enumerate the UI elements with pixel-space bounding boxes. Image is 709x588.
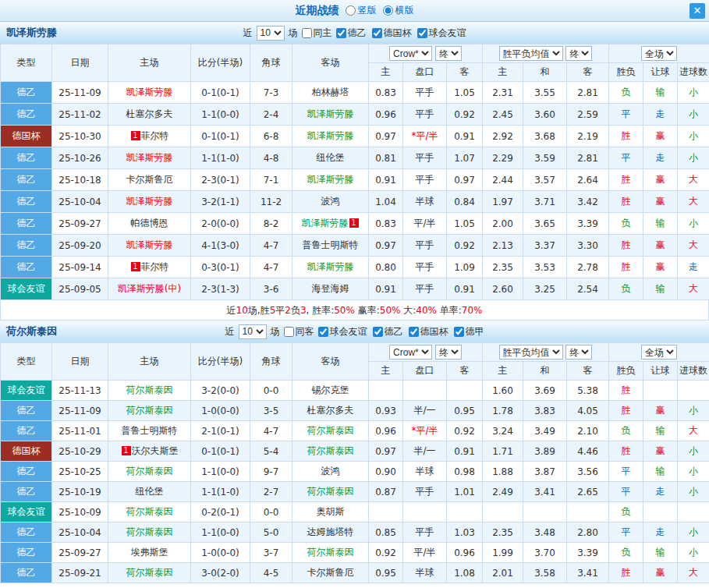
match-row: 球会友谊25-11-13荷尔斯泰因3-2(0-0)0-0锡尔克堡1.603.69… [1, 381, 709, 401]
same-venue-checkbox[interactable] [284, 327, 294, 337]
league-filter[interactable]: 德国杯 [372, 27, 412, 40]
away-team-cell[interactable]: 奥胡斯 [292, 502, 369, 522]
avg-away-cell: 4.46 [567, 441, 609, 462]
same-venue-filter[interactable]: 同主 [302, 27, 332, 40]
home-team-cell[interactable]: 凯泽斯劳滕 [108, 82, 191, 104]
away-team-cell[interactable]: 凯泽斯劳滕 [292, 126, 369, 147]
home-team-cell[interactable]: 凯泽斯劳滕 [108, 147, 191, 169]
scope-select[interactable]: 全场 [641, 345, 677, 360]
score-cell: 1-1(1-0) [191, 147, 250, 169]
avg-select[interactable]: 胜平负均值 [499, 345, 563, 360]
league-checkbox[interactable] [417, 28, 427, 38]
home-team-cell[interactable]: 1沃尔夫斯堡 [108, 441, 191, 462]
away-team-cell[interactable]: 荷尔斯泰因 [292, 543, 369, 563]
home-team-cell[interactable]: 荷尔斯泰因 [108, 381, 191, 401]
scope-select[interactable]: 全场 [641, 46, 677, 61]
avg-time-select[interactable]: 终 [565, 345, 592, 360]
match-date-cell: 25-09-27 [52, 213, 108, 235]
col-away: 客场 [292, 44, 369, 82]
away-team-cell[interactable]: 荷尔斯泰因 [292, 441, 369, 462]
handicap-result-cell: 走 [643, 482, 678, 502]
home-team-cell[interactable]: 卡尔斯鲁厄 [108, 169, 191, 191]
home-team-cell[interactable]: 1菲尔特 [108, 126, 191, 147]
league-checkbox[interactable] [372, 28, 382, 38]
odds-time-select[interactable]: 终 [435, 345, 462, 360]
avg-home-cell: 3.24 [483, 421, 523, 441]
odds-time-select[interactable]: 终 [435, 46, 462, 61]
odds-home-cell: 1.04 [369, 191, 403, 213]
away-team-cell[interactable]: 凯泽斯劳滕1 [292, 213, 369, 235]
match-date-cell: 25-11-09 [52, 82, 108, 104]
away-team-name: 柏林赫塔 [312, 87, 349, 97]
col-handicap-result: 让球 [643, 362, 678, 381]
league-checkbox[interactable] [318, 327, 328, 337]
away-team-cell[interactable]: 波鸿 [292, 191, 369, 213]
home-team-cell[interactable]: 纽伦堡 [108, 482, 191, 502]
bookmaker-select[interactable]: Crow* [389, 345, 432, 360]
away-team-cell[interactable]: 锡尔克堡 [292, 381, 369, 401]
league-filter[interactable]: 德乙 [373, 325, 403, 338]
away-team-cell[interactable]: 波鸿 [292, 462, 369, 482]
avg-home-cell: 1.60 [483, 381, 523, 401]
home-team-cell[interactable]: 荷尔斯泰因 [108, 462, 191, 482]
goals-result-cell: 大 [678, 421, 709, 441]
avg-draw-cell: 3.55 [523, 82, 567, 104]
avg-away-cell: 3.41 [567, 563, 609, 583]
away-team-cell[interactable]: 纽伦堡 [292, 147, 369, 169]
home-team-cell[interactable]: 帕德博恩 [108, 213, 191, 235]
home-team-cell[interactable]: 凯泽斯劳滕 [108, 235, 191, 257]
away-team-cell[interactable]: 普鲁士明斯特 [292, 235, 369, 257]
same-venue-checkbox[interactable] [302, 28, 312, 38]
home-team-cell[interactable]: 荷尔斯泰因 [108, 522, 191, 543]
odds-home-cell: 0.96 [369, 104, 403, 126]
avg-select[interactable]: 胜平负均值 [499, 46, 563, 61]
col-avg-away: 客 [567, 362, 609, 381]
away-team-cell[interactable]: 海登海姆 [292, 278, 369, 300]
away-team-cell[interactable]: 达姆施塔特 [292, 522, 369, 543]
away-team-cell[interactable]: 杜塞尔多夫 [292, 401, 369, 421]
away-team-cell[interactable]: 凯泽斯劳滕 [292, 104, 369, 126]
same-venue-filter[interactable]: 同客 [284, 325, 314, 338]
corner-cell: 0-0 [250, 381, 292, 401]
league-checkbox[interactable] [409, 327, 419, 337]
home-team-cell[interactable]: 杜塞尔多夫 [108, 104, 191, 126]
home-team-cell[interactable]: 荷尔斯泰因 [108, 401, 191, 421]
home-team-cell[interactable]: 1菲尔特 [108, 257, 191, 278]
away-team-cell[interactable]: 凯泽斯劳滕 [292, 169, 369, 191]
home-team-cell[interactable]: 荷尔斯泰因 [108, 563, 191, 583]
layout-option-vertical[interactable]: 竖版 [346, 4, 377, 17]
handicap-result-cell: 赢 [643, 441, 678, 462]
away-team-cell[interactable]: 柏林赫塔 [292, 82, 369, 104]
close-button[interactable]: ✕ [690, 3, 705, 19]
away-team-cell[interactable]: 荷尔斯泰因 [292, 482, 369, 502]
home-team-cell[interactable]: 荷尔斯泰因 [108, 502, 191, 522]
league-label: 球会友谊 [429, 27, 466, 40]
avg-time-select[interactable]: 终 [565, 46, 592, 61]
league-filter[interactable]: 德乙 [336, 27, 367, 40]
away-team-cell[interactable]: 凯泽斯劳滕 [292, 257, 369, 278]
league-checkbox[interactable] [336, 28, 346, 38]
away-team-name: 海登海姆 [312, 283, 349, 294]
match-count-select[interactable]: 10 [257, 26, 285, 41]
home-team-cell[interactable]: 凯泽斯劳滕 [108, 191, 191, 213]
layout-option-horizontal[interactable]: 横版 [383, 4, 414, 17]
league-filter[interactable]: 球会友谊 [417, 27, 466, 40]
away-team-cell[interactable]: 荷尔斯泰因 [292, 421, 369, 441]
match-type-cell: 球会友谊 [1, 502, 52, 522]
bookmaker-select[interactable]: Crow* [389, 46, 432, 61]
home-team-cell[interactable]: 普鲁士明斯特 [108, 421, 191, 441]
league-checkbox[interactable] [454, 327, 464, 337]
vertical-radio[interactable] [346, 5, 356, 16]
league-filter[interactable]: 德国杯 [409, 325, 448, 338]
horizontal-radio[interactable] [383, 5, 393, 16]
league-filter[interactable]: 球会友谊 [318, 325, 367, 338]
home-team-cell[interactable]: 凯泽斯劳滕(中) [108, 278, 191, 300]
handicap-cell: 半球 [403, 191, 447, 213]
home-team-cell[interactable]: 埃弗斯堡 [108, 543, 191, 563]
match-count-select[interactable]: 10 [239, 324, 267, 339]
odds-home-cell: 0.83 [369, 82, 403, 104]
league-checkbox[interactable] [373, 327, 383, 337]
league-filter[interactable]: 德甲 [454, 325, 484, 338]
away-team-cell[interactable]: 卡尔斯鲁厄 [292, 563, 369, 583]
horizontal-label: 横版 [395, 4, 414, 17]
